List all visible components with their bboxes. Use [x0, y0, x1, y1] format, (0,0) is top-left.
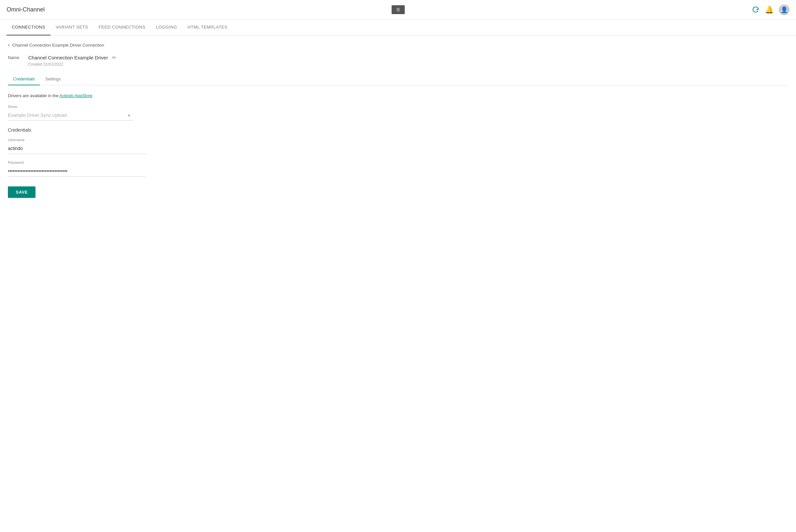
- breadcrumb: ‹ Channel Connection Example Driver Conn…: [8, 42, 788, 48]
- breadcrumb-text: Channel Connection Example Driver Connec…: [12, 43, 104, 48]
- appstore-link[interactable]: Actindo AppStore: [59, 93, 92, 98]
- password-label: Password: [8, 160, 238, 165]
- sub-tabs: Credentials Settings: [8, 73, 788, 85]
- username-group: Username: [8, 138, 238, 154]
- credentials-content: Drivers are available in the Actindo App…: [8, 93, 238, 198]
- notification-button[interactable]: 🔔: [765, 5, 774, 14]
- info-text: Drivers are available in the Actindo App…: [8, 93, 238, 98]
- edit-icon[interactable]: ✏: [112, 55, 116, 61]
- username-label: Username: [8, 138, 238, 142]
- sub-tab-credentials[interactable]: Credentials: [8, 73, 40, 85]
- tab-feed-connections[interactable]: FEED CONNECTIONS: [93, 20, 150, 35]
- app-title: Omni-Channel: [6, 6, 752, 13]
- app-header: Omni-Channel ☰ 🔔 👤: [0, 0, 796, 20]
- nav-tabs: CONNECTIONS VARIANT SETS FEED CONNECTION…: [0, 20, 796, 35]
- tab-logging[interactable]: LOGGING: [151, 20, 182, 35]
- name-value: Channel Connection Example Driver: [28, 55, 108, 60]
- refresh-button[interactable]: [752, 6, 760, 14]
- hamburger-icon: ☰: [396, 7, 400, 12]
- sub-tab-settings[interactable]: Settings: [40, 73, 66, 85]
- driver-label: Driver: [8, 105, 238, 109]
- bell-icon: 🔔: [765, 5, 774, 14]
- menu-button[interactable]: ☰: [392, 5, 405, 14]
- driver-dropdown-wrapper: Example Driver Sync Upload ▾: [8, 110, 133, 121]
- driver-dropdown[interactable]: Example Driver Sync Upload: [8, 110, 133, 121]
- user-avatar[interactable]: 👤: [779, 5, 790, 15]
- tab-variant-sets[interactable]: VARIANT SETS: [51, 20, 94, 35]
- created-date: Created 31/01/2022: [8, 62, 788, 66]
- name-label: Name: [8, 55, 24, 60]
- header-right: 🔔 👤: [752, 5, 790, 15]
- save-button[interactable]: SAVE: [8, 186, 35, 198]
- credentials-section-title: Credentials: [8, 127, 238, 133]
- user-icon: 👤: [781, 6, 788, 14]
- username-input[interactable]: [8, 143, 146, 154]
- refresh-icon: [752, 6, 760, 14]
- tab-connections[interactable]: CONNECTIONS: [6, 20, 51, 35]
- driver-field-group: Driver Example Driver Sync Upload ▾: [8, 105, 238, 121]
- header-center: ☰: [392, 5, 405, 14]
- name-row: Name Channel Connection Example Driver ✏: [8, 55, 788, 61]
- password-group: Password: [8, 160, 238, 176]
- password-input[interactable]: [8, 166, 146, 176]
- main-content: ‹ Channel Connection Example Driver Conn…: [0, 35, 796, 532]
- back-button[interactable]: ‹: [8, 42, 10, 48]
- tab-html-templates[interactable]: HTML TEMPLATES: [182, 20, 233, 35]
